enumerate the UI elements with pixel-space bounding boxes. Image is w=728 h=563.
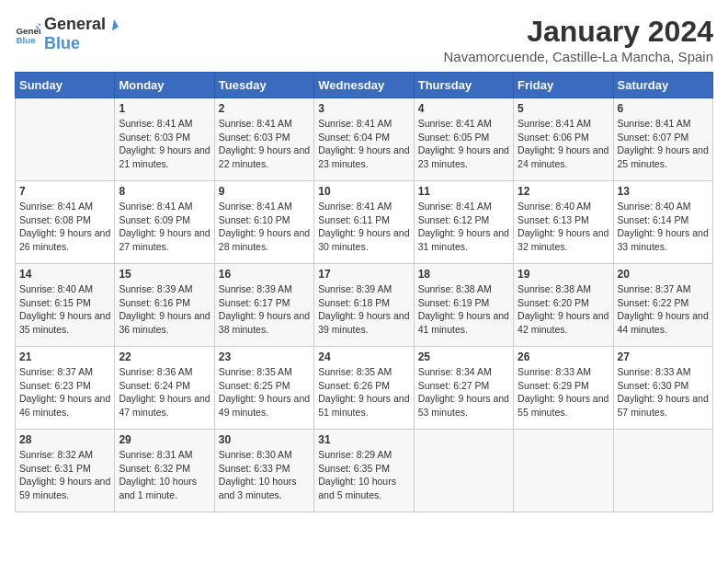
- header: General Blue General Blue January 2024 N…: [15, 15, 713, 64]
- day-detail: Sunrise: 8:33 AMSunset: 6:30 PMDaylight:…: [618, 365, 709, 419]
- day-number: 28: [19, 433, 110, 446]
- calendar-cell: 4Sunrise: 8:41 AMSunset: 6:05 PMDaylight…: [414, 98, 513, 181]
- calendar-cell: 12Sunrise: 8:40 AMSunset: 6:13 PMDayligh…: [514, 181, 613, 264]
- day-detail: Sunrise: 8:40 AMSunset: 6:15 PMDaylight:…: [19, 282, 110, 337]
- day-number: 26: [518, 350, 609, 363]
- logo-blue-text: Blue: [44, 34, 117, 53]
- day-number: 8: [119, 185, 210, 198]
- day-number: 19: [518, 268, 609, 281]
- calendar-cell: 14Sunrise: 8:40 AMSunset: 6:15 PMDayligh…: [16, 264, 115, 347]
- day-number: 16: [219, 268, 310, 281]
- day-number: 30: [219, 433, 310, 446]
- calendar-cell: 13Sunrise: 8:40 AMSunset: 6:14 PMDayligh…: [613, 181, 712, 264]
- calendar-cell: 6Sunrise: 8:41 AMSunset: 6:07 PMDaylight…: [613, 98, 712, 181]
- calendar-week-5: 28Sunrise: 8:32 AMSunset: 6:31 PMDayligh…: [16, 430, 713, 512]
- day-detail: Sunrise: 8:39 AMSunset: 6:17 PMDaylight:…: [219, 282, 310, 337]
- header-day-friday: Friday: [514, 73, 613, 98]
- calendar-cell: 7Sunrise: 8:41 AMSunset: 6:08 PMDaylight…: [16, 181, 115, 264]
- calendar-cell: 24Sunrise: 8:35 AMSunset: 6:26 PMDayligh…: [314, 347, 414, 430]
- day-detail: Sunrise: 8:41 AMSunset: 6:07 PMDaylight:…: [618, 117, 709, 171]
- calendar-cell: 23Sunrise: 8:35 AMSunset: 6:25 PMDayligh…: [214, 347, 313, 430]
- day-detail: Sunrise: 8:30 AMSunset: 6:33 PMDaylight:…: [219, 448, 310, 502]
- day-number: 2: [219, 102, 310, 115]
- calendar-cell: 17Sunrise: 8:39 AMSunset: 6:18 PMDayligh…: [314, 264, 414, 347]
- day-number: 21: [19, 350, 110, 363]
- day-number: 6: [618, 102, 709, 115]
- day-number: 23: [219, 350, 310, 363]
- main-title: January 2024: [444, 15, 714, 49]
- day-number: 18: [418, 268, 509, 281]
- day-number: 14: [19, 268, 110, 281]
- logo-general-text: General: [44, 15, 106, 34]
- calendar-cell: 16Sunrise: 8:39 AMSunset: 6:17 PMDayligh…: [214, 264, 313, 347]
- calendar-cell: 19Sunrise: 8:38 AMSunset: 6:20 PMDayligh…: [514, 264, 613, 347]
- calendar-cell: 11Sunrise: 8:41 AMSunset: 6:12 PMDayligh…: [414, 181, 513, 264]
- day-number: 10: [318, 185, 409, 198]
- header-day-wednesday: Wednesday: [314, 73, 414, 98]
- calendar-cell: [514, 430, 613, 512]
- day-number: 1: [119, 102, 210, 115]
- day-detail: Sunrise: 8:41 AMSunset: 6:09 PMDaylight:…: [119, 200, 210, 254]
- day-detail: Sunrise: 8:35 AMSunset: 6:26 PMDaylight:…: [318, 365, 409, 419]
- title-area: January 2024 Navamorcuende, Castille-La …: [444, 15, 714, 64]
- calendar-cell: 2Sunrise: 8:41 AMSunset: 6:03 PMDaylight…: [214, 98, 313, 181]
- calendar-body: 1Sunrise: 8:41 AMSunset: 6:03 PMDaylight…: [16, 98, 713, 512]
- calendar-cell: 29Sunrise: 8:31 AMSunset: 6:32 PMDayligh…: [115, 430, 214, 512]
- calendar-cell: [414, 430, 513, 512]
- calendar-cell: 10Sunrise: 8:41 AMSunset: 6:11 PMDayligh…: [314, 181, 414, 264]
- day-detail: Sunrise: 8:41 AMSunset: 6:11 PMDaylight:…: [318, 200, 409, 254]
- calendar-week-1: 1Sunrise: 8:41 AMSunset: 6:03 PMDaylight…: [16, 98, 713, 181]
- day-number: 22: [119, 350, 210, 363]
- calendar-cell: 30Sunrise: 8:30 AMSunset: 6:33 PMDayligh…: [214, 430, 313, 512]
- day-detail: Sunrise: 8:38 AMSunset: 6:20 PMDaylight:…: [518, 282, 609, 337]
- day-detail: Sunrise: 8:35 AMSunset: 6:25 PMDaylight:…: [219, 365, 310, 419]
- header-day-saturday: Saturday: [613, 73, 712, 98]
- calendar-cell: 28Sunrise: 8:32 AMSunset: 6:31 PMDayligh…: [16, 430, 115, 512]
- day-number: 15: [119, 268, 210, 281]
- day-detail: Sunrise: 8:31 AMSunset: 6:32 PMDaylight:…: [119, 448, 210, 502]
- day-detail: Sunrise: 8:41 AMSunset: 6:04 PMDaylight:…: [318, 117, 409, 171]
- calendar-cell: [613, 430, 712, 512]
- header-day-monday: Monday: [115, 73, 214, 98]
- day-detail: Sunrise: 8:39 AMSunset: 6:18 PMDaylight:…: [318, 282, 409, 337]
- calendar-cell: 21Sunrise: 8:37 AMSunset: 6:23 PMDayligh…: [16, 347, 115, 430]
- day-number: 12: [518, 185, 609, 198]
- day-number: 25: [418, 350, 509, 363]
- day-number: 7: [19, 185, 110, 198]
- day-detail: Sunrise: 8:41 AMSunset: 6:12 PMDaylight:…: [418, 200, 509, 254]
- day-detail: Sunrise: 8:38 AMSunset: 6:19 PMDaylight:…: [418, 282, 509, 337]
- day-number: 31: [318, 433, 409, 446]
- logo-icon: General Blue: [15, 21, 40, 47]
- day-number: 13: [618, 185, 709, 198]
- calendar-cell: 8Sunrise: 8:41 AMSunset: 6:09 PMDaylight…: [115, 181, 214, 264]
- calendar-cell: 27Sunrise: 8:33 AMSunset: 6:30 PMDayligh…: [613, 347, 712, 430]
- day-number: 17: [318, 268, 409, 281]
- day-number: 24: [318, 350, 409, 363]
- calendar-cell: [16, 98, 115, 181]
- calendar-cell: 22Sunrise: 8:36 AMSunset: 6:24 PMDayligh…: [115, 347, 214, 430]
- subtitle: Navamorcuende, Castille-La Mancha, Spain: [444, 49, 714, 64]
- calendar-cell: 18Sunrise: 8:38 AMSunset: 6:19 PMDayligh…: [414, 264, 513, 347]
- calendar-table: SundayMondayTuesdayWednesdayThursdayFrid…: [15, 72, 713, 512]
- day-detail: Sunrise: 8:39 AMSunset: 6:16 PMDaylight:…: [119, 282, 210, 337]
- day-detail: Sunrise: 8:37 AMSunset: 6:22 PMDaylight:…: [618, 282, 709, 337]
- calendar-cell: 15Sunrise: 8:39 AMSunset: 6:16 PMDayligh…: [115, 264, 214, 347]
- day-number: 9: [219, 185, 310, 198]
- calendar-cell: 5Sunrise: 8:41 AMSunset: 6:06 PMDaylight…: [514, 98, 613, 181]
- header-day-thursday: Thursday: [414, 73, 513, 98]
- day-number: 20: [618, 268, 709, 281]
- calendar-week-4: 21Sunrise: 8:37 AMSunset: 6:23 PMDayligh…: [16, 347, 713, 430]
- day-detail: Sunrise: 8:40 AMSunset: 6:13 PMDaylight:…: [518, 200, 609, 254]
- logo: General Blue General Blue: [15, 15, 117, 53]
- calendar-header-row: SundayMondayTuesdayWednesdayThursdayFrid…: [16, 73, 713, 98]
- calendar-week-3: 14Sunrise: 8:40 AMSunset: 6:15 PMDayligh…: [16, 264, 713, 347]
- day-detail: Sunrise: 8:41 AMSunset: 6:10 PMDaylight:…: [219, 200, 310, 254]
- calendar-cell: 31Sunrise: 8:29 AMSunset: 6:35 PMDayligh…: [314, 430, 414, 512]
- day-detail: Sunrise: 8:29 AMSunset: 6:35 PMDaylight:…: [318, 448, 409, 502]
- day-number: 3: [318, 102, 409, 115]
- day-number: 27: [618, 350, 709, 363]
- svg-text:Blue: Blue: [16, 35, 36, 45]
- day-detail: Sunrise: 8:32 AMSunset: 6:31 PMDaylight:…: [19, 448, 110, 502]
- day-detail: Sunrise: 8:34 AMSunset: 6:27 PMDaylight:…: [418, 365, 509, 419]
- calendar-cell: 3Sunrise: 8:41 AMSunset: 6:04 PMDaylight…: [314, 98, 414, 181]
